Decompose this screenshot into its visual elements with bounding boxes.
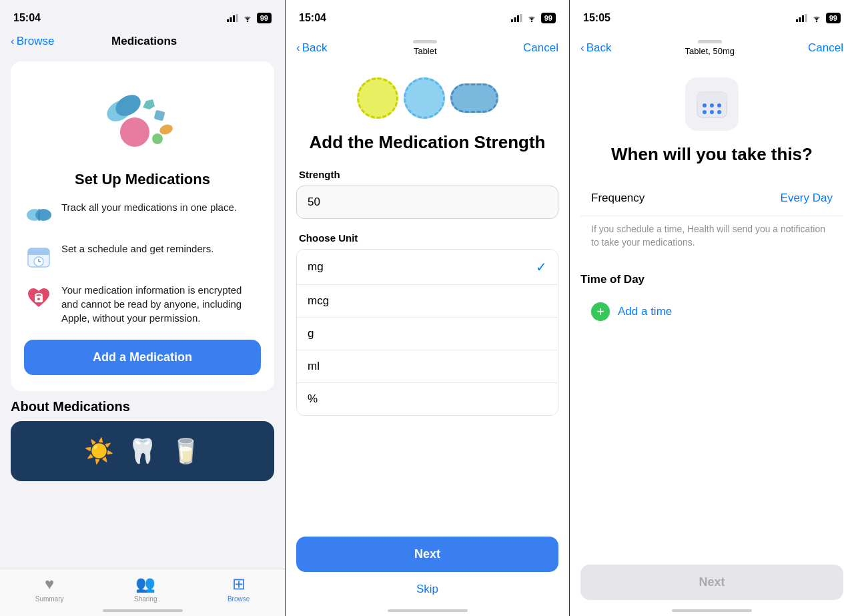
phone2-bottom-buttons: Next Skip xyxy=(286,537,569,600)
svg-point-39 xyxy=(703,110,707,114)
heart-tab-icon: ♥ xyxy=(45,575,54,593)
status-time-2: 15:04 xyxy=(299,12,326,24)
svg-marker-7 xyxy=(143,99,155,109)
browse-tab-icon: ⊞ xyxy=(232,575,246,593)
next-button-2[interactable]: Next xyxy=(296,537,558,572)
modal-drag-pill-3 xyxy=(698,40,722,43)
svg-point-10 xyxy=(158,123,174,136)
unit-item-mg[interactable]: mg ✓ xyxy=(297,250,558,285)
phone-screen-1: 15:04 99 ‹ Browse Medications xyxy=(0,0,285,616)
frequency-note: If you schedule a time, Health will send… xyxy=(580,216,843,260)
back-button-1[interactable]: ‹ Browse xyxy=(11,35,54,48)
pill-blue-round-icon xyxy=(404,77,445,119)
sun-icon: ☀️ xyxy=(84,437,114,465)
calendar-icon xyxy=(685,77,739,131)
battery-badge-3: 99 xyxy=(826,13,841,23)
add-medication-button[interactable]: Add a Medication xyxy=(24,340,261,375)
svg-point-8 xyxy=(120,117,149,147)
feature-text-encrypt: Your medication information is encrypted… xyxy=(61,283,261,325)
feature-text-schedule: Set a schedule and get reminders. xyxy=(61,242,214,256)
feature-item-track: Track all your medications in one place. xyxy=(24,200,261,230)
frequency-value: Every Day xyxy=(781,192,833,205)
svg-rect-9 xyxy=(153,109,165,121)
tab-sharing[interactable]: 👥 Sharing xyxy=(134,575,157,603)
tab-summary[interactable]: ♥ Summary xyxy=(35,575,64,603)
phone-screen-2: 15:04 99 ‹ Back Tablet Cancel Add the Me… xyxy=(285,0,570,616)
status-bar-2: 15:04 99 xyxy=(286,0,569,32)
svg-point-38 xyxy=(717,103,721,107)
svg-rect-3 xyxy=(236,14,238,22)
tooth-icon: 🦷 xyxy=(127,437,157,465)
next-button-3[interactable]: Next xyxy=(580,565,843,600)
modal-back-3[interactable]: ‹ Back xyxy=(580,41,611,55)
pills-icon xyxy=(24,200,53,230)
svg-point-37 xyxy=(710,103,714,107)
add-time-label: Add a time xyxy=(618,305,672,318)
signal-icon xyxy=(227,14,238,22)
svg-rect-30 xyxy=(802,15,804,22)
svg-point-4 xyxy=(247,21,248,22)
frequency-row[interactable]: Frequency Every Day xyxy=(580,181,843,216)
signal-icon-2 xyxy=(511,14,522,22)
svg-point-32 xyxy=(816,21,817,22)
modal-subtitle-2: Tablet xyxy=(414,46,437,56)
add-time-row[interactable]: + Add a time xyxy=(580,293,843,330)
heart-lock-icon xyxy=(24,283,53,312)
strength-input-display[interactable]: 50 xyxy=(296,186,558,219)
pill-yellow-icon xyxy=(357,77,398,119)
home-indicator-1 xyxy=(103,609,183,612)
svg-rect-31 xyxy=(805,14,807,22)
unit-item-percent[interactable]: % xyxy=(297,383,558,415)
svg-rect-1 xyxy=(230,17,232,22)
skip-button-2[interactable]: Skip xyxy=(296,579,558,600)
tod-section: Time of Day + Add a time xyxy=(570,260,854,330)
unit-label-g: g xyxy=(308,327,314,340)
med-illustration xyxy=(83,77,203,158)
status-bar-3: 15:05 99 xyxy=(570,0,854,32)
feature-text-track: Track all your medications in one place. xyxy=(61,200,237,214)
strength-title: Add the Medication Strength xyxy=(286,132,569,169)
svg-point-36 xyxy=(703,103,707,107)
unit-label-mg: mg xyxy=(308,260,324,274)
unit-item-mcg[interactable]: mcg xyxy=(297,285,558,318)
modal-cancel-2[interactable]: Cancel xyxy=(523,41,558,55)
feature-item-encrypt: Your medication information is encrypted… xyxy=(24,283,261,325)
modal-back-label-2: Back xyxy=(302,41,328,55)
modal-subtitle-3: Tablet, 50mg xyxy=(685,46,735,56)
modal-back-2[interactable]: ‹ Back xyxy=(296,41,327,55)
unit-item-g[interactable]: g xyxy=(297,318,558,350)
tod-title: Time of Day xyxy=(580,273,843,286)
svg-rect-25 xyxy=(517,15,519,22)
pill-blue-cap-icon xyxy=(450,83,498,113)
back-label-1: Browse xyxy=(17,35,55,48)
modal-cancel-3[interactable]: Cancel xyxy=(808,41,843,55)
about-section: About Medications ☀️ 🦷 🥛 xyxy=(0,399,285,481)
svg-rect-2 xyxy=(233,15,235,22)
modal-title-wrap-3: Tablet, 50mg xyxy=(685,40,735,56)
status-icons-3: 99 xyxy=(796,13,841,23)
modal-title-wrap-2: Tablet xyxy=(413,40,437,56)
unit-label-percent: % xyxy=(308,392,318,406)
unit-item-ml[interactable]: ml xyxy=(297,350,558,383)
svg-point-27 xyxy=(531,21,532,22)
sharing-tab-icon: 👥 xyxy=(135,575,155,593)
tab-browse-label: Browse xyxy=(228,595,250,603)
modal-back-label-3: Back xyxy=(586,41,612,55)
chevron-left-icon-2: ‹ xyxy=(296,41,300,55)
tab-sharing-label: Sharing xyxy=(134,595,157,603)
unit-label-ml: ml xyxy=(308,360,320,373)
phone3-bottom-buttons: Next xyxy=(570,565,854,600)
strength-section-label: Strength xyxy=(286,169,569,186)
battery-badge-2: 99 xyxy=(541,13,556,23)
tab-browse[interactable]: ⊞ Browse xyxy=(228,575,250,603)
signal-icon-3 xyxy=(796,14,807,22)
svg-rect-28 xyxy=(796,19,798,22)
feature-list: Track all your medications in one place.… xyxy=(24,200,261,325)
modal-nav-3: ‹ Back Tablet, 50mg Cancel xyxy=(570,32,854,61)
medication-icon-group xyxy=(24,77,261,160)
svg-rect-23 xyxy=(511,19,513,22)
cup-icon: 🥛 xyxy=(171,437,201,465)
svg-rect-0 xyxy=(227,19,229,22)
status-icons-1: 99 xyxy=(227,13,272,23)
wifi-icon-2 xyxy=(526,14,537,22)
